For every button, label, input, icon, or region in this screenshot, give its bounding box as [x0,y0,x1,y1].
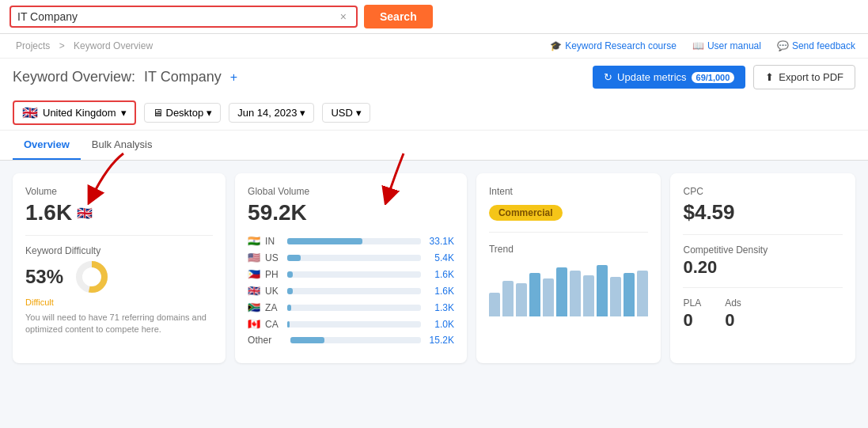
flag-uk: 🇬🇧 [248,285,260,297]
difficulty-note: You will need to have 71 referring domai… [25,312,213,336]
user-manual-link[interactable]: 📖 User manual [692,40,761,51]
refresh-icon: ↻ [604,71,612,83]
currency-label: USD [331,107,352,119]
code-uk: UK [265,286,282,297]
trend-bar-8 [583,275,594,316]
val-ca: 1.0K [426,319,454,330]
export-pdf-button[interactable]: ⬆ Export to PDF [753,65,855,89]
breadcrumb-projects[interactable]: Projects [16,40,50,51]
volume-value: 1.6K 🇬🇧 [25,200,213,225]
trend-bar-2 [502,281,514,316]
comp-density-label: Competitive Density [683,244,843,256]
search-button[interactable]: Search [364,5,433,28]
bar-track-ph [287,271,421,278]
other-label: Other [248,335,286,346]
bar-row-in: 🇮🇳 IN 33.1K [248,235,454,247]
search-input-wrapper: × [9,6,358,28]
book-icon: 📖 [692,40,704,51]
bar-row-us: 🇺🇸 US 5.4K [248,252,454,263]
code-ca: CA [265,319,282,330]
global-volume-card: Global Volume 59.2K 🇮🇳 IN 33.1K 🇺🇸 US 5.… [235,173,467,363]
ads-value: 0 [725,310,741,331]
currency-filter[interactable]: USD ▾ [322,103,370,123]
tab-overview[interactable]: Overview [13,131,81,160]
ads-item: Ads 0 [725,297,741,331]
val-za: 1.3K [426,302,454,313]
country-filter[interactable]: 🇬🇧 United Kingdom ▾ [13,100,136,125]
difficulty-value: 53% [25,266,63,288]
cpc-value: $4.59 [683,200,843,225]
bar-fill-za [287,305,291,311]
bar-fill-ca [287,321,290,328]
comp-density-value: 0.20 [683,257,843,278]
breadcrumb: Projects > Keyword Overview [13,40,156,51]
flag-za: 🇿🇦 [248,301,260,313]
pla-label: PLA [683,297,701,309]
bar-fill-us [287,255,301,261]
add-keyword-icon[interactable]: + [230,70,237,84]
bar-row-za: 🇿🇦 ZA 1.3K [248,301,454,313]
val-ph: 1.6K [426,269,454,280]
trend-bar-9 [597,265,608,316]
val-other: 15.2K [426,335,454,346]
pla-value: 0 [683,310,701,331]
chevron-down-icon4: ▾ [356,107,362,119]
country-bars: 🇮🇳 IN 33.1K 🇺🇸 US 5.4K 🇵🇭 PH 1.6K [248,235,454,346]
trend-bar-4 [529,273,540,316]
chevron-down-icon: ▾ [121,107,127,119]
bar-track-za [287,305,421,311]
uk-flag-small: 🇬🇧 [77,206,93,221]
difficulty-donut [74,259,109,294]
trend-chart [489,261,649,316]
flag-us: 🇺🇸 [248,252,260,263]
flag-ph: 🇵🇭 [248,268,260,280]
main-content: Volume 1.6K 🇬🇧 Keyword Difficulty 53% Di… [0,161,868,428]
device-filter[interactable]: 🖥 Desktop ▾ [144,103,222,123]
trend-bar-5 [543,278,554,316]
export-icon: ⬆ [765,71,774,83]
feedback-link[interactable]: 💬 Send feedback [777,40,855,51]
bar-fill-other [290,337,324,343]
code-in: IN [265,236,282,247]
breadcrumb-separator: > [59,40,65,51]
pla-ads-row: PLA 0 Ads 0 [683,297,843,331]
desktop-icon: 🖥 [153,107,163,119]
flag-ca: 🇨🇦 [248,318,260,330]
update-metrics-label: Update metrics [617,71,686,83]
keyword-name: IT Company [144,69,222,85]
difficulty-tag: Difficult [25,297,213,307]
cards-row: Volume 1.6K 🇬🇧 Keyword Difficulty 53% Di… [13,173,855,363]
keyword-course-link[interactable]: 🎓 Keyword Research course [550,40,677,51]
trend-bar-11 [624,273,635,316]
page-title: Keyword Overview: IT Company + [13,69,237,85]
clear-icon[interactable]: × [340,10,347,23]
trend-bar-10 [610,277,621,316]
flag-in: 🇮🇳 [248,235,260,247]
uk-flag: 🇬🇧 [22,105,38,120]
title-actions: ↻ Update metrics 69/1,000 ⬆ Export to PD… [593,65,855,89]
date-filter[interactable]: Jun 14, 2023 ▾ [229,103,314,123]
breadcrumb-bar: Projects > Keyword Overview 🎓 Keyword Re… [0,34,868,59]
search-input[interactable] [17,10,340,23]
volume-label: Volume [25,186,213,197]
graduation-icon: 🎓 [550,40,562,51]
difficulty-row: 53% [25,259,213,294]
bar-fill-ph [287,271,293,278]
bar-track-uk [287,288,421,294]
tab-bulk-analysis[interactable]: Bulk Analysis [81,131,164,160]
code-us: US [265,252,282,263]
trend-bar-3 [516,283,527,316]
trend-label: Trend [489,244,649,255]
difficulty-label: Keyword Difficulty [25,245,213,256]
bar-row-other: Other 15.2K [248,335,454,346]
intent-label: Intent [489,186,649,197]
top-links: 🎓 Keyword Research course 📖 User manual … [550,40,855,51]
trend-bar-1 [489,293,500,316]
val-us: 5.4K [426,252,454,263]
metrics-badge: 69/1,000 [692,72,735,83]
bar-track-us [287,255,421,261]
cpc-card: CPC $4.59 Competitive Density 0.20 PLA 0… [670,173,855,363]
update-metrics-button[interactable]: ↻ Update metrics 69/1,000 [593,66,745,89]
chat-icon: 💬 [777,40,789,51]
code-za: ZA [265,302,282,313]
